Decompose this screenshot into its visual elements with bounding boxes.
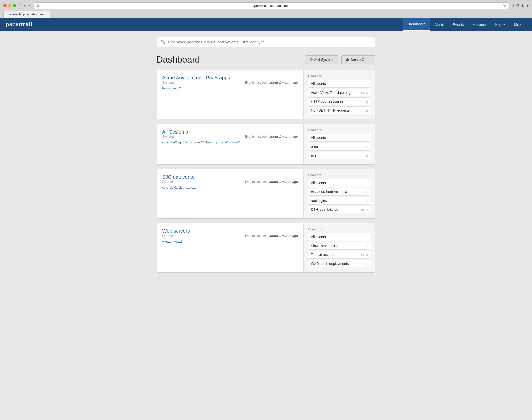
edit-search-icon[interactable]: ⊡ <box>365 154 368 157</box>
group-card-all-systems: All Systems Systems Events last seen abo… <box>157 124 375 165</box>
search-item[interactable]: HTTP 500 responses ⊡ <box>308 97 371 105</box>
system-links: core-db-01.sjc, haproxy <box>162 186 298 189</box>
help-dropdown-icon: ▾ <box>504 23 505 26</box>
edit-search-icon[interactable]: ⊡ <box>365 262 368 266</box>
tab-overview-button[interactable]: ⧉ <box>516 3 519 8</box>
nav-item-me[interactable]: Me ▾ <box>510 19 526 31</box>
group-meta: Systems Events last seen about 1 month a… <box>162 81 298 84</box>
system-link[interactable]: farm-trivia-72 <box>162 86 181 90</box>
system-link[interactable]: www1 <box>220 140 229 144</box>
search-item[interactable]: WAR patch deployments ⊡ <box>308 260 371 267</box>
search-item[interactable]: SSH login failures ⊡▤ <box>308 206 371 213</box>
nav-items: Dashboard Alerts Events Account Help ▾ M… <box>403 18 526 31</box>
search-item-icons: ⊡ <box>365 145 368 149</box>
system-link[interactable]: farm-trivia-72 <box>185 140 204 144</box>
group-meta: Systems Events last seen about 1 month a… <box>162 135 298 138</box>
system-link[interactable]: core-db-01.sjc <box>162 186 182 189</box>
search-item[interactable]: EPA reqs from Australia ⊡ <box>308 188 371 196</box>
events-last-seen: Events last seen about 1 month ago <box>245 81 298 84</box>
group-left: All Systems Systems Events last seen abo… <box>157 124 304 164</box>
archive-search-icon[interactable]: ▤ <box>365 91 368 94</box>
system-link[interactable]: haproxy <box>185 186 196 189</box>
search-item[interactable]: All events <box>308 80 371 88</box>
back-button[interactable]: ‹ <box>23 3 26 8</box>
system-separator: , <box>172 240 173 243</box>
extensions-button[interactable]: + <box>526 3 529 8</box>
sidebar-toggle[interactable]: ⊡ <box>18 3 22 8</box>
search-item[interactable]: All events <box>308 233 371 241</box>
search-item[interactable]: Non-GET HTTP requests ⊡ <box>308 106 371 114</box>
edit-search-icon[interactable]: ⊡ <box>361 91 364 95</box>
add-systems-button[interactable]: ⊕ Add Systems <box>305 55 338 64</box>
nav-item-alerts[interactable]: Alerts <box>430 19 448 31</box>
dashboard-header: Dashboard ⊕ Add Systems ⊕ Create Group <box>157 55 375 65</box>
edit-search-icon[interactable]: ⊡ <box>365 109 368 112</box>
reload-icon[interactable]: ↻ <box>503 4 506 8</box>
search-item[interactable]: root logins ⊡ <box>308 197 371 205</box>
edit-search-icon[interactable]: ⊡ <box>365 244 368 248</box>
system-link[interactable]: core-db-01.sjc <box>162 140 182 144</box>
nav-item-events[interactable]: Events <box>448 19 468 31</box>
group-right: Searches All events ActionView::Template… <box>304 70 375 119</box>
systems-label: Systems <box>162 180 182 184</box>
systems-label: Systems <box>162 81 182 84</box>
group-name[interactable]: Acme Anvils team - PaaS apps <box>162 75 230 80</box>
search-icon: 🔍 <box>161 40 166 44</box>
nav-item-account[interactable]: Account <box>468 19 491 31</box>
system-link[interactable]: www1 <box>162 240 171 243</box>
maximize-button[interactable] <box>13 4 16 7</box>
search-input[interactable] <box>168 40 371 44</box>
edit-search-icon[interactable]: ⊡ <box>365 199 368 203</box>
system-separator: , <box>229 140 230 144</box>
search-item[interactable]: ActionView::Template bugs ⊡▤ <box>308 89 371 96</box>
search-item[interactable]: error ⊡ <box>308 143 371 151</box>
edit-search-icon[interactable]: ⊡ <box>365 145 368 149</box>
search-item-name: All events <box>311 82 368 86</box>
group-right: Searches All events EPA reqs from Austra… <box>304 169 375 218</box>
search-item[interactable]: All events <box>308 179 371 187</box>
search-item-name: Non-GET HTTP requests <box>311 108 365 112</box>
system-link[interactable]: haproxy <box>206 140 217 144</box>
archive-search-icon[interactable]: ▤ <box>365 253 368 256</box>
group-name[interactable]: All Systems <box>162 129 188 134</box>
nav-item-help[interactable]: Help ▾ <box>491 19 510 31</box>
system-link[interactable]: www2 <box>173 240 182 243</box>
address-bar[interactable]: 🔒 papertrailapp.com/dashboard ↻ <box>34 2 509 9</box>
group-name[interactable]: SJC datacenter <box>162 174 196 180</box>
edit-search-icon[interactable]: ⊡ <box>365 100 368 103</box>
edit-search-icon[interactable]: ⊡ <box>361 253 364 257</box>
group-name[interactable]: Web servers <box>162 228 190 234</box>
system-link[interactable]: www2 <box>231 140 240 144</box>
search-item-name: event <box>311 153 365 157</box>
forward-button[interactable]: › <box>27 3 31 8</box>
search-item-name: EPA reqs from Australia <box>311 190 365 194</box>
system-links: core-db-01.sjc, farm-trivia-72, haproxy,… <box>162 140 298 144</box>
system-links: www1, www2 <box>162 240 298 243</box>
close-button[interactable] <box>3 4 7 7</box>
group-card-sjc: SJC datacenter Systems Events last seen … <box>157 169 375 219</box>
browser-tab[interactable]: papertrailapp.com/dashboard <box>3 11 50 18</box>
lock-icon: 🔒 <box>36 4 40 7</box>
browser-actions: ⬆ ⧉ ⬇ + <box>511 3 529 8</box>
searches-label: Searches <box>308 227 371 231</box>
page-title: Dashboard <box>157 55 305 65</box>
archive-search-icon[interactable]: ▤ <box>365 208 368 211</box>
minimize-button[interactable] <box>8 4 11 7</box>
nav-item-dashboard[interactable]: Dashboard <box>403 18 430 31</box>
edit-search-icon[interactable]: ⊡ <box>365 190 368 194</box>
search-item-name: Slow Tomcat GCs <box>311 244 365 248</box>
group-card-acme: Acme Anvils team - PaaS apps Systems Eve… <box>157 70 375 119</box>
search-item[interactable]: event ⊡ <box>308 152 371 159</box>
groups-container: Acme Anvils team - PaaS apps Systems Eve… <box>157 70 375 273</box>
search-item[interactable]: All events <box>308 134 371 142</box>
edit-search-icon[interactable]: ⊡ <box>361 208 364 211</box>
plus-icon-2: ⊕ <box>346 57 349 62</box>
search-item[interactable]: Tomcat restarts ⊡▤ <box>308 251 371 259</box>
download-button[interactable]: ⬇ <box>521 3 524 8</box>
share-button[interactable]: ⬆ <box>511 3 514 8</box>
searches-label: Searches <box>308 173 371 177</box>
create-group-button[interactable]: ⊕ Create Group <box>341 55 375 64</box>
search-item-icons: ⊡ <box>365 244 368 248</box>
search-item-icons: ⊡▤ <box>361 253 368 257</box>
search-item[interactable]: Slow Tomcat GCs ⊡ <box>308 242 371 250</box>
